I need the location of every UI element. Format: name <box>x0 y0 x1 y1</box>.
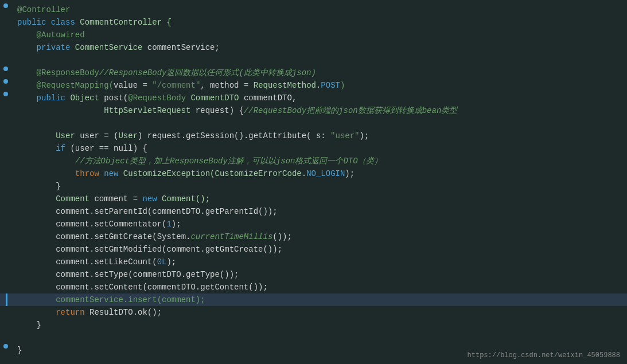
code-token: commentDTO, <box>244 93 297 103</box>
code-token: CommentController { <box>80 18 172 27</box>
line-content: //方法Object类型，加上ResponseBody注解，可以以json格式返… <box>11 155 627 167</box>
code-token: comment.setType(commentDTO.getType()); <box>17 270 239 279</box>
code-token: ResultDTO.ok(); <box>89 308 162 317</box>
code-line <box>0 54 627 66</box>
code-token: value <box>114 81 138 90</box>
code-line: Comment comment = new Comment(); <box>0 193 627 205</box>
code-token: request) { <box>196 106 244 115</box>
code-token: @Controller <box>17 5 70 14</box>
code-line: } <box>0 319 627 331</box>
code-token <box>17 93 37 103</box>
code-token: } <box>17 346 22 355</box>
gutter-dot <box>3 3 8 8</box>
line-content: public Object post(@RequestBody CommentD… <box>11 92 627 104</box>
code-token: Comment <box>17 194 94 203</box>
line-gutter <box>0 344 11 349</box>
code-token: private <box>37 43 75 52</box>
code-line: User user = (User) request.getSession().… <box>0 130 627 142</box>
code-token: } <box>17 182 61 191</box>
code-line: comment.setLikeCount(0L); <box>0 256 627 268</box>
code-token: comment.setGmtCreate(System. <box>17 232 190 241</box>
code-token: comment.setGmtModified(comment.getGmtCre… <box>17 245 282 254</box>
code-token: new <box>142 194 162 203</box>
code-token: Object <box>70 93 104 103</box>
url-reference: https://blog.csdn.net/weixin_45059888 <box>468 351 620 359</box>
code-line: @RequestMapping(value = "/comment", meth… <box>0 79 627 92</box>
line-content: Comment comment = new Comment(); <box>11 193 627 205</box>
line-content: if (user == null) { <box>11 142 627 155</box>
line-content <box>11 117 627 130</box>
code-token: ) <box>340 81 345 90</box>
code-token: @ResponseBody <box>17 68 99 77</box>
gutter-dot <box>3 66 8 71</box>
code-token: ); <box>360 131 369 140</box>
line-content: return ResultDTO.ok(); <box>11 306 627 319</box>
code-line: public Object post(@RequestBody CommentD… <box>0 92 627 104</box>
line-content: comment.setContent(commentDTO.getContent… <box>11 281 627 293</box>
code-token: comment.setLikeCount( <box>17 257 157 267</box>
line-content: User user = (User) request.getSession().… <box>11 130 627 142</box>
code-token: return <box>56 308 89 317</box>
line-content: HttpServletRequest request) {//RequestBo… <box>11 104 627 117</box>
code-token: 0L <box>157 257 167 267</box>
code-token: RequestMethod. <box>254 81 321 90</box>
code-token: user = ( <box>80 131 118 140</box>
code-line: comment.setCommentator(1); <box>0 218 627 230</box>
code-token: if <box>56 144 70 153</box>
code-line: @Controller <box>0 3 627 16</box>
code-token: , <box>200 81 210 90</box>
line-content: @ResponseBody//ResponseBody返回数据以任何形式(此类中… <box>11 66 627 79</box>
gutter-dot <box>3 92 8 96</box>
gutter-dot <box>3 79 8 84</box>
code-token: ); <box>166 257 176 267</box>
line-content: commentService.insert(comment); <box>11 293 627 306</box>
code-line: if (user == null) { <box>0 142 627 155</box>
code-line <box>0 117 627 130</box>
code-token: @Autowired <box>17 30 85 40</box>
code-line <box>0 331 627 344</box>
code-token: @RequestBody <box>128 93 190 103</box>
code-token: commentService.insert(comment); <box>17 295 205 304</box>
code-token: } <box>17 320 41 330</box>
code-token: commentService; <box>147 43 220 52</box>
code-token: ()); <box>272 232 292 241</box>
line-gutter <box>0 79 11 84</box>
code-token: currentTimeMillis <box>190 232 272 241</box>
line-gutter <box>0 3 11 8</box>
code-line: } <box>0 180 627 193</box>
line-content <box>11 331 627 344</box>
code-token: comment.setContent(commentDTO.getContent… <box>17 283 268 292</box>
code-token: NO_LOGIN <box>306 169 345 178</box>
code-token: CustomizeException(CustomizeErrorCode. <box>123 169 306 178</box>
code-token: Comment(); <box>162 194 210 203</box>
active-line-bar <box>6 293 7 306</box>
gutter-dot <box>3 344 8 349</box>
code-token: comment.setParentId(commentDTO.getParent… <box>17 207 278 216</box>
line-content: @RequestMapping(value = "/comment", meth… <box>11 79 627 92</box>
code-line: return ResultDTO.ok(); <box>0 306 627 319</box>
line-gutter <box>0 66 11 71</box>
code-token: HttpServletRequest <box>17 106 196 115</box>
code-line: commentService.insert(comment); <box>0 293 627 306</box>
code-token: public <box>17 18 51 27</box>
line-content: comment.setGmtModified(comment.getGmtCre… <box>11 243 627 256</box>
code-token: new <box>104 169 123 178</box>
code-token: (user == null) { <box>70 144 147 153</box>
code-line: throw new CustomizeException(CustomizeEr… <box>0 167 627 180</box>
line-content: throw new CustomizeException(CustomizeEr… <box>11 167 627 180</box>
code-token: //方法Object类型，加上ResponseBody注解，可以以json格式返… <box>17 156 382 166</box>
code-token: User <box>17 131 80 140</box>
code-token <box>17 169 75 178</box>
code-token: @RequestMapping( <box>17 81 114 90</box>
code-line: comment.setParentId(commentDTO.getParent… <box>0 205 627 218</box>
code-token: = <box>138 81 152 90</box>
code-line: comment.setGmtCreate(System.currentTimeM… <box>0 230 627 243</box>
code-token: ); <box>345 169 355 178</box>
code-line: comment.setGmtModified(comment.getGmtCre… <box>0 243 627 256</box>
code-token <box>17 144 56 153</box>
line-content: private CommentService commentService; <box>11 41 627 54</box>
code-token: ); <box>172 220 181 229</box>
line-content: @Autowired <box>11 29 627 41</box>
code-token: = <box>239 81 254 90</box>
line-content: comment.setGmtCreate(System.currentTimeM… <box>11 230 627 243</box>
